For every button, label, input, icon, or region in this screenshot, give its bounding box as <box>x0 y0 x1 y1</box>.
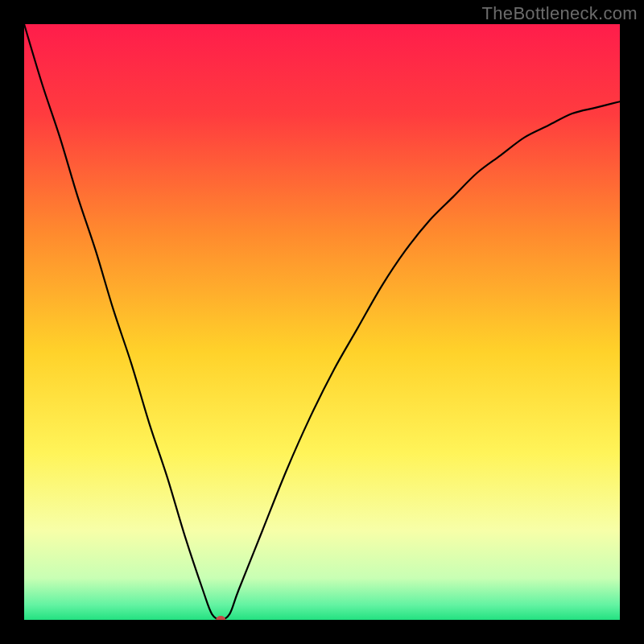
plot-area <box>24 24 620 620</box>
chart-svg <box>24 24 620 620</box>
heatmap-background <box>24 24 620 620</box>
chart-container: TheBottleneck.com <box>0 0 644 644</box>
watermark-label: TheBottleneck.com <box>482 3 638 24</box>
